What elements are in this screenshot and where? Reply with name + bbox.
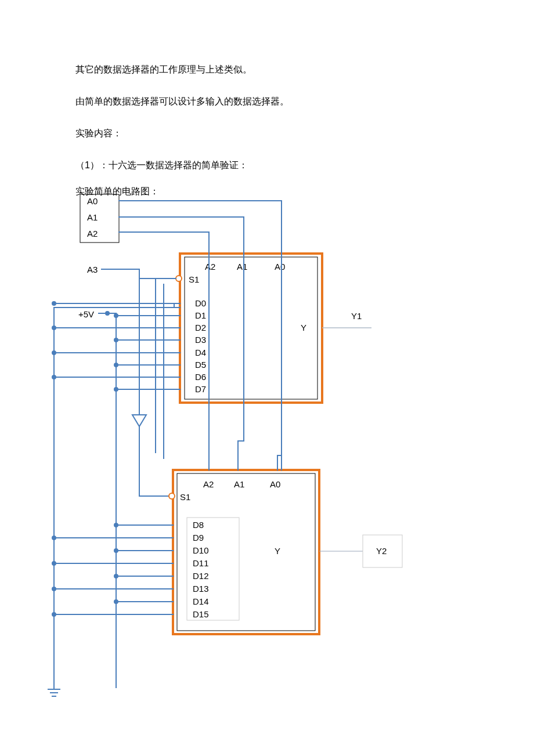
svg-point-9: [114, 314, 118, 317]
svg-point-12: [114, 388, 118, 391]
chip1-d4: D4: [195, 348, 206, 357]
label-a1: A1: [87, 212, 98, 222]
chip1-a0: A0: [275, 262, 285, 272]
chip2-d14: D14: [193, 596, 209, 606]
chip1-s1: S1: [189, 274, 199, 284]
chip2-d10: D10: [193, 545, 209, 555]
wires: [48, 201, 282, 696]
chip1-y: Y: [301, 323, 306, 332]
svg-point-24: [52, 613, 56, 616]
chip1-d7: D7: [195, 384, 206, 394]
svg-point-15: [52, 375, 56, 379]
svg-point-21: [52, 536, 56, 540]
svg-point-22: [52, 562, 56, 565]
chip1-d0: D0: [195, 298, 206, 308]
chip2-d9: D9: [193, 533, 204, 542]
svg-point-8: [106, 312, 109, 315]
label-y1: Y1: [351, 311, 362, 321]
chip1-d2: D2: [195, 323, 206, 332]
paragraph-1: 其它的数据选择器的工作原理与上述类似。: [75, 64, 252, 76]
svg-point-6: [176, 276, 182, 281]
chip2-a0: A0: [270, 479, 280, 489]
svg-point-19: [114, 574, 118, 578]
svg-point-11: [114, 363, 118, 367]
svg-point-18: [114, 549, 118, 552]
svg-point-23: [52, 587, 56, 591]
chip1-d5: D5: [195, 360, 206, 370]
svg-point-20: [114, 600, 118, 603]
chip2-d12: D12: [193, 571, 209, 581]
chip1-a2: A2: [205, 262, 215, 272]
svg-point-16: [52, 302, 56, 305]
chip2-d11: D11: [193, 558, 209, 568]
svg-point-7: [169, 493, 175, 499]
chip2-s1: S1: [180, 492, 190, 502]
svg-point-10: [114, 338, 118, 342]
label-a0: A0: [87, 196, 98, 206]
circuit-diagram: A0 A1 A2 A3 +5V A2 A1 A0 S1 D0 D1 D2 D3 …: [0, 191, 534, 714]
address-box: [80, 194, 119, 243]
chip1-d1: D1: [195, 310, 206, 320]
svg-point-14: [52, 351, 56, 355]
label-5v: +5V: [78, 309, 94, 319]
chip2-d15: D15: [193, 609, 209, 619]
label-a3: A3: [87, 265, 98, 274]
paragraph-4: （1）：十六选一数据选择器的简单验证：: [75, 160, 248, 172]
paragraph-3: 实验内容：: [75, 128, 122, 140]
chip2-y: Y: [275, 546, 280, 556]
paragraph-2: 由简单的数据选择器可以设计多输入的数据选择器。: [75, 96, 289, 108]
label-y2: Y2: [376, 546, 387, 556]
chip2-a2: A2: [203, 479, 214, 489]
chip1-a1: A1: [237, 262, 247, 272]
chip2-a1: A1: [234, 479, 244, 489]
svg-point-17: [114, 523, 118, 527]
label-a2: A2: [87, 229, 98, 238]
chip2-d13: D13: [193, 584, 209, 594]
chip1-d3: D3: [195, 335, 206, 345]
svg-point-13: [52, 326, 56, 330]
chip1-d6: D6: [195, 372, 206, 382]
chip2-d8: D8: [193, 520, 204, 530]
